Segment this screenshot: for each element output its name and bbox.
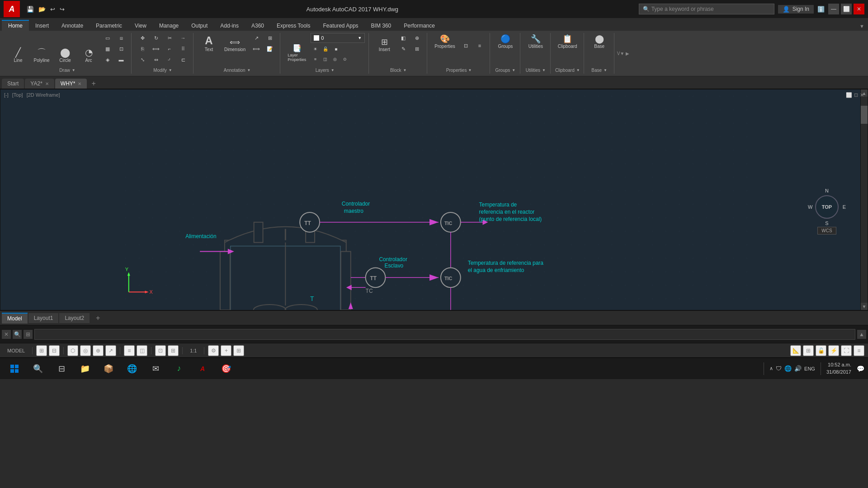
tab-insert[interactable]: Insert [29,20,55,31]
mirror-button[interactable]: ⟺ [150,44,162,54]
layer-properties-button[interactable]: 📑 LayerProperties [285,43,309,64]
spotify-button[interactable]: ♪ [168,360,190,378]
vertical-scrollbar[interactable]: ▲ ▼ [860,89,868,310]
rectangle-button[interactable]: ▭ [101,33,114,43]
utilities-group-label[interactable]: Utilities ▼ [525,68,547,74]
layer-dropdown[interactable]: 0 ▼ [311,33,365,43]
layer-states-button[interactable]: ◫ [321,55,330,64]
unisolate-layer-button[interactable]: ⊙ [340,55,349,64]
properties-button[interactable]: 🎨 Properties [432,33,458,51]
ortho-button[interactable]: ⬡ [67,345,78,356]
region-button[interactable]: ◈ [101,55,114,65]
boundary-button[interactable]: ⊡ [115,44,127,54]
line-button[interactable]: ╱ Line [7,46,29,65]
mtext-button[interactable]: 📝 [264,44,276,54]
cmd-close-button[interactable]: ✕ [2,330,11,339]
edit-attr-button[interactable]: ✎ [397,44,410,54]
properties-group-label[interactable]: Properties ▼ [432,68,486,74]
search-bar[interactable]: 🔍 Type a keyword or phrase [639,4,774,14]
fullscreen-button[interactable]: ⛶ [841,345,852,356]
multileader-button[interactable]: ↗ [250,33,263,43]
annotation-scale-button[interactable]: 📐 [790,345,801,356]
ribbon-view-toggle[interactable]: V▼ ▶ [617,51,629,56]
up-arrow-icon[interactable]: ∧ [769,366,773,371]
fillet-button[interactable]: ⌐ [163,44,176,54]
scroll-track[interactable] [861,97,868,303]
table-button[interactable]: ⊞ [264,33,276,43]
extend-button[interactable]: → [177,33,189,43]
tab-bim360[interactable]: BIM 360 [365,20,398,31]
clock-display[interactable]: 10:52 a.m. 31/08/2017 [826,361,851,375]
clipboard-button[interactable]: 📋 Clipboard [555,33,580,51]
define-attrs-button[interactable]: ⊕ [410,33,423,43]
quick-save-icon[interactable]: 💾 [25,5,35,14]
viewport-maximize-icon[interactable]: ⊡ [854,92,858,98]
annotation-group-label[interactable]: Annotation ▼ [198,68,276,74]
copy-button[interactable]: ⎘ [136,44,149,54]
selection-button[interactable]: ⊡ [155,345,166,356]
taskview-button[interactable]: ⊟ [51,360,72,378]
scale-button[interactable]: 1:1 [186,347,200,354]
tab-parametric[interactable]: Parametric [90,20,128,31]
tab-output[interactable]: Output [185,20,214,31]
mail-button[interactable]: ✉ [145,360,166,378]
snap-button[interactable]: ◎ [80,345,91,356]
polar-button[interactable]: ↗ [105,345,116,356]
scroll-down-arrow[interactable]: ▼ [861,303,868,310]
manage-attrs-button[interactable]: ⊞ [410,44,423,54]
info-icon[interactable]: ℹ️ [817,6,825,13]
base-button[interactable]: ⬤ Base [589,33,610,51]
tab-ya2-close[interactable]: ✕ [45,81,49,86]
snap-grid-button[interactable]: ⊞ [36,345,47,356]
plus-button[interactable]: + [221,345,231,356]
scale-button[interactable]: ⤡ [136,55,149,65]
minimize-button[interactable]: — [828,4,839,14]
model-space-button[interactable]: MODEL [4,347,28,354]
tab-performance[interactable]: Performance [397,20,441,31]
circle-button[interactable]: ⬤ Circle [54,46,76,65]
open-icon[interactable]: 📂 [37,5,47,14]
scroll-thumb[interactable] [861,106,868,124]
start-button[interactable] [4,360,25,378]
viewport-close-icon[interactable]: ✕ [860,92,864,98]
isolate-layer-button[interactable]: ◎ [330,55,340,64]
notification-icon[interactable]: 💬 [857,365,864,372]
dimension-button[interactable]: ⟺ Dimension [222,37,248,54]
undo-icon[interactable]: ↩ [49,5,57,14]
explorer-button[interactable]: 📁 [74,360,96,378]
unknown-button[interactable]: 🎯 [215,360,237,378]
chrome-button[interactable]: 🌐 [121,360,143,378]
compass-center[interactable]: TOP [815,195,839,219]
command-input[interactable] [34,329,855,340]
redo-icon[interactable]: ↪ [58,5,66,14]
tab-ya2[interactable]: YA2* ✕ [25,79,54,89]
rotate-button[interactable]: ↻ [150,33,162,43]
viewport[interactable]: [-] [Top] [2D Wireframe] ⬜ ⊡ ✕ [0,89,868,310]
create-block-button[interactable]: ◧ [397,33,410,43]
move-button[interactable]: ✥ [136,33,149,43]
viewport-config-button[interactable]: ⊞ [233,345,244,356]
settings-button[interactable]: ⚙ [208,345,219,356]
hardware-accel-button[interactable]: ⚡ [828,345,839,356]
trim-button[interactable]: ✂ [163,33,176,43]
gizmo-button[interactable]: ⊞ [168,345,179,356]
draw-group-label[interactable]: Draw ▼ [7,68,127,74]
list-button[interactable]: ≡ [473,41,486,51]
base-group-label[interactable]: Base ▼ [589,68,610,74]
autocad-taskbar-button[interactable]: A [192,360,213,378]
offset-button[interactable]: ⊏ [177,55,189,65]
restore-button[interactable]: ⬜ [841,4,852,14]
block-group-label[interactable]: Block ▼ [373,68,423,74]
chamfer-button[interactable]: ⌏ [163,55,176,65]
lock-layer-button[interactable]: 🔓 [321,44,330,53]
wipeout-button[interactable]: ▬ [115,55,127,65]
cmd-collapse-button[interactable]: ▲ [857,330,866,339]
sign-in-button[interactable]: 👤 Sign In [778,5,814,14]
match-props-button[interactable]: ⊡ [460,41,472,51]
insert-button[interactable]: ⊞ Insert [373,36,395,54]
dropbox-button[interactable]: 📦 [98,360,119,378]
lock-ui-button[interactable]: 🔓 [816,345,826,356]
layout-layout1-tab[interactable]: Layout1 [28,313,59,323]
layer-color-button[interactable]: ■ [331,44,340,53]
tab-why-close[interactable]: ✕ [78,81,81,86]
